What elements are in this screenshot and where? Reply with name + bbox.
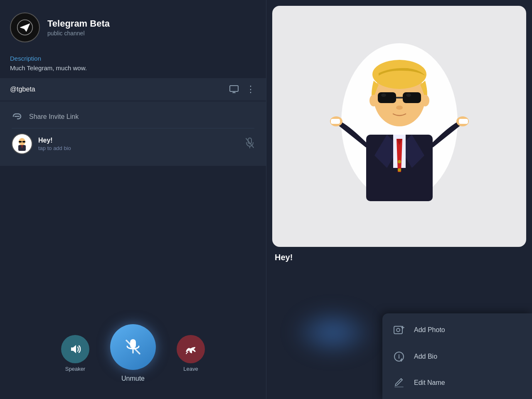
profile-name-display: Hey!: [266, 247, 532, 266]
username-text: @tgbeta: [10, 86, 35, 93]
svg-rect-25: [459, 119, 468, 124]
svg-point-38: [397, 328, 400, 332]
link-icon: [12, 111, 22, 122]
add-photo-menu-item[interactable]: Add Photo: [382, 317, 532, 343]
svg-rect-5: [19, 141, 22, 143]
add-bio-label: Add Bio: [414, 353, 437, 360]
leave-label: Leave: [183, 366, 198, 372]
edit-name-label: Edit Name: [414, 379, 445, 387]
svg-rect-30: [403, 92, 421, 103]
edit-name-menu-item[interactable]: Edit Name: [382, 370, 532, 396]
leave-control: Leave: [177, 335, 205, 372]
speaker-control: Speaker: [61, 335, 89, 372]
svg-point-36: [396, 106, 403, 110]
svg-rect-6: [22, 141, 25, 143]
profile-name: Hey!: [275, 253, 293, 262]
channel-info: Telegram Beta public channel: [47, 18, 110, 37]
svg-rect-24: [331, 119, 340, 124]
sticker-svg: [329, 39, 470, 214]
channel-type: public channel: [47, 30, 110, 37]
svg-point-32: [381, 94, 386, 97]
context-menu: Add Photo Add Bio Edit Na: [382, 313, 532, 399]
username-bar: @tgbeta ⋮: [0, 78, 266, 101]
description-label: Description: [10, 55, 256, 62]
mute-indicator-icon: [245, 138, 254, 150]
user-name: Hey!: [38, 137, 239, 144]
blur-decoration: [291, 308, 374, 357]
more-options-icon[interactable]: ⋮: [246, 84, 256, 95]
user-avatar: [12, 133, 32, 154]
user-bio: tap to add bio: [38, 145, 239, 151]
sticker-preview: [272, 6, 526, 247]
svg-point-20: [398, 160, 401, 163]
add-bio-menu-item[interactable]: Add Bio: [382, 343, 532, 370]
channel-avatar: [10, 12, 40, 42]
bottom-controls: Speaker Unmute: [0, 312, 266, 399]
svg-point-34: [369, 95, 378, 106]
mute-main-button[interactable]: [110, 324, 156, 370]
screen-share-icon[interactable]: [229, 85, 239, 94]
description-text: Much Telegram, much wow.: [10, 64, 256, 71]
add-photo-icon: [392, 324, 406, 336]
svg-point-33: [406, 94, 411, 97]
svg-rect-29: [378, 92, 396, 103]
speaker-button[interactable]: [61, 335, 89, 363]
user-info: Hey! tap to add bio: [38, 137, 239, 151]
cards-area: Share Invite Link: [0, 101, 266, 166]
channel-name: Telegram Beta: [47, 18, 110, 29]
username-icons: ⋮: [229, 84, 256, 95]
leave-button[interactable]: [177, 335, 205, 363]
left-panel: Telegram Beta public channel Description…: [0, 0, 266, 399]
user-row[interactable]: Hey! tap to add bio: [7, 128, 259, 159]
add-bio-icon: [392, 351, 406, 362]
svg-rect-37: [394, 326, 402, 334]
share-invite-text: Share Invite Link: [29, 113, 79, 121]
description-section: Description Much Telegram, much wow.: [0, 51, 266, 78]
channel-header: Telegram Beta public channel: [0, 0, 266, 51]
share-invite-row[interactable]: Share Invite Link: [7, 106, 259, 128]
svg-point-35: [421, 95, 429, 106]
svg-point-21: [398, 168, 401, 172]
mute-control: Unmute: [110, 324, 156, 382]
right-panel: Hey! Add Photo: [266, 0, 532, 399]
add-photo-label: Add Photo: [414, 326, 445, 334]
speaker-label: Speaker: [65, 366, 85, 372]
svg-rect-1: [230, 86, 238, 91]
unmute-label: Unmute: [121, 375, 145, 382]
edit-name-icon: [392, 377, 406, 388]
control-buttons: Speaker Unmute: [61, 324, 205, 382]
